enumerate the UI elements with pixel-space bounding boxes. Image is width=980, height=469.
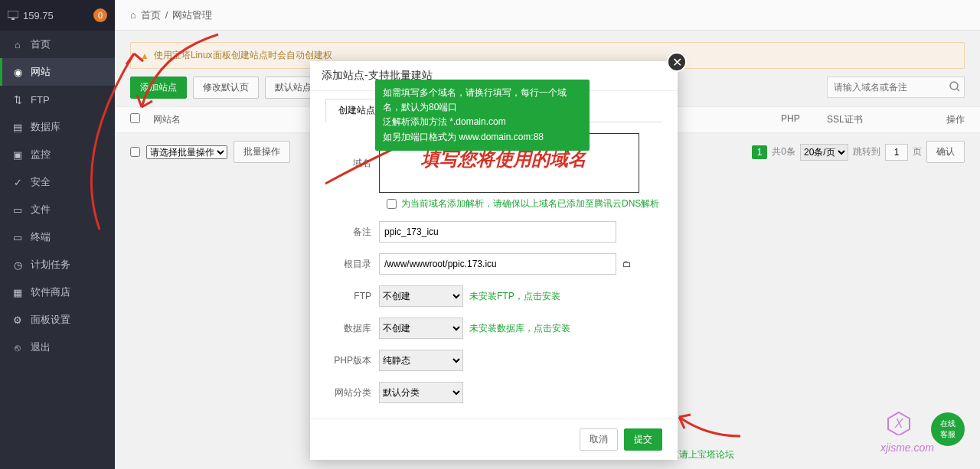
dns-checkbox[interactable] [387, 199, 397, 209]
submit-button[interactable]: 提交 [624, 428, 662, 451]
ftp-select[interactable]: 不创建 [379, 285, 463, 307]
dns-hint: 为当前域名添加解析，请确保以上域名已添加至腾讯云DNS解析 [401, 197, 659, 210]
label-php: PHP版本 [325, 354, 379, 367]
label-remark: 备注 [325, 226, 379, 239]
close-icon[interactable]: ✕ [667, 52, 687, 72]
label-root: 根目录 [325, 258, 379, 271]
support-fab[interactable]: 在线 客服 [931, 412, 965, 446]
cancel-button[interactable]: 取消 [580, 428, 618, 451]
root-input[interactable] [379, 253, 616, 275]
category-select[interactable]: 默认分类 [379, 382, 463, 403]
watermark: xjisme.com [880, 441, 934, 454]
label-domain: 域名 [325, 157, 379, 170]
remark-input[interactable] [379, 221, 616, 243]
db-select[interactable]: 不创建 [379, 318, 463, 339]
label-db: 数据库 [325, 322, 379, 335]
svg-text:X: X [894, 417, 904, 430]
folder-icon[interactable]: 🗀 [622, 259, 632, 269]
db-hint[interactable]: 未安装数据库，点击安装 [469, 322, 570, 335]
php-select[interactable]: 纯静态 [379, 350, 463, 371]
ftp-hint[interactable]: 未安装FTP，点击安装 [469, 290, 560, 303]
watermark-logo-icon: X [887, 411, 911, 438]
domain-tooltip: 如需填写多个域名，请换行填写，每行一个域名，默认为80端口 泛解析添加方法 *.… [375, 80, 590, 151]
label-ftp: FTP [325, 291, 379, 301]
label-cat: 网站分类 [325, 386, 379, 399]
